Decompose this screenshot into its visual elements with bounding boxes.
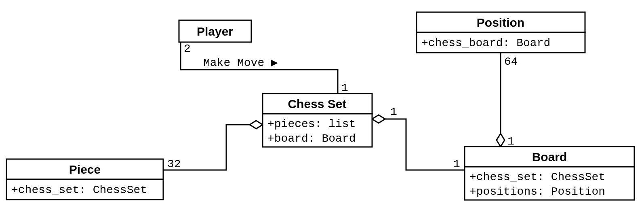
class-chessset-title: Chess Set — [288, 97, 346, 111]
class-board-attr-0: +chess_set: ChessSet — [469, 171, 605, 183]
relation-player-chessset: 2 1 Make Move ▶ — [181, 42, 348, 94]
class-chessset-attr-1: +board: Board — [267, 132, 356, 145]
mult-piece: 32 — [167, 158, 181, 170]
relation-chessset-board: 1 1 — [372, 106, 465, 170]
relation-label: Make Move ▶ — [203, 57, 278, 69]
class-piece-title: Piece — [69, 163, 101, 176]
mult-player: 2 — [184, 43, 191, 55]
class-board-title: Board — [532, 150, 567, 164]
class-piece-attr-0: +chess_set: ChessSet — [11, 184, 147, 196]
aggregation-diamond-icon — [250, 121, 263, 129]
class-player-title: Player — [197, 25, 233, 38]
class-chessset: Chess Set +pieces: list +board: Board — [263, 94, 372, 147]
uml-class-diagram: 2 1 Make Move ▶ 32 1 1 64 1 Player Posit… — [0, 0, 644, 219]
class-position-title: Position — [477, 16, 524, 29]
relation-position-board: 64 1 — [497, 53, 518, 148]
class-position-attr-0: +chess_board: Board — [421, 37, 550, 49]
mult-board-left: 1 — [453, 158, 460, 170]
class-position: Position +chess_board: Board — [417, 12, 585, 53]
mult-position: 64 — [504, 55, 518, 68]
class-chessset-attr-0: +pieces: list — [267, 118, 356, 130]
class-player: Player — [179, 20, 251, 42]
relation-piece-chessset: 32 — [163, 121, 263, 170]
mult-chessset-top: 1 — [341, 82, 348, 94]
mult-board-top: 1 — [507, 135, 514, 148]
class-board-attr-1: +positions: Position — [469, 185, 605, 198]
aggregation-diamond-icon — [497, 134, 505, 147]
aggregation-diamond-icon — [372, 115, 385, 123]
class-piece: Piece +chess_set: ChessSet — [6, 159, 163, 200]
mult-chessset-right: 1 — [390, 106, 397, 118]
class-board: Board +chess_set: ChessSet +positions: P… — [465, 147, 634, 200]
